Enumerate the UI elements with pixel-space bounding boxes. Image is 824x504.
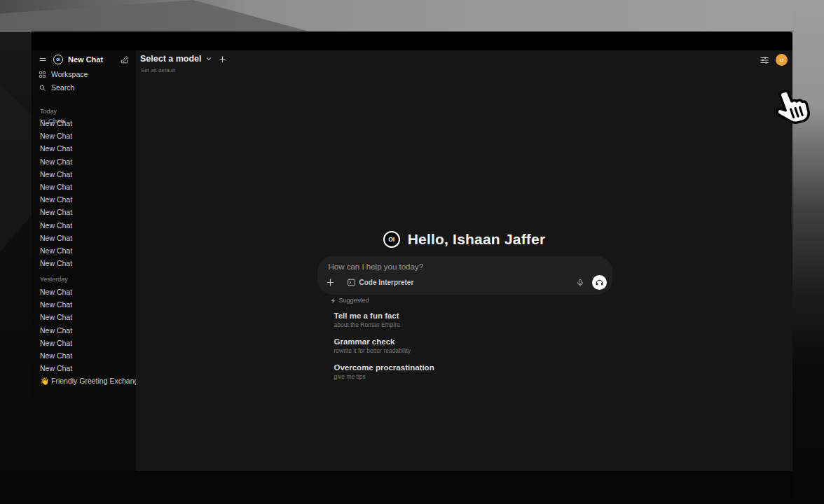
message-composer[interactable]: Code Interpreter <box>317 256 612 295</box>
chat-list-item[interactable]: New Chat <box>32 206 136 218</box>
suggested-label-row: Suggested <box>330 296 437 304</box>
chat-list-today: New Chat New Chat New Chat New Chat New … <box>32 117 136 270</box>
main-chat-area: Select a model Set as default IJ OI <box>136 50 792 471</box>
chat-list-item[interactable]: New Chat <box>32 311 136 323</box>
suggested-prompt-subtitle: about the Roman Empire <box>334 321 434 329</box>
header-right-controls: IJ <box>760 54 788 66</box>
app-titlebar <box>32 31 792 50</box>
chat-list-item[interactable]: New Chat <box>32 349 136 362</box>
chat-list-item[interactable]: New Chat <box>32 257 136 270</box>
chat-list-item[interactable]: New Chat <box>32 181 136 193</box>
section-label-today: Today <box>40 108 57 115</box>
openwebui-logo: OI <box>53 55 63 64</box>
sidebar-header: OI New Chat <box>32 53 136 66</box>
message-input[interactable] <box>327 262 596 272</box>
chat-list-item[interactable]: New Chat <box>32 142 136 155</box>
sidebar-title: New Chat <box>68 55 120 64</box>
code-interpreter-terminal-icon <box>347 278 356 287</box>
search-icon <box>39 84 46 92</box>
suggested-prompt-title: Overcome procrastination <box>334 363 434 372</box>
chat-list-item[interactable]: New Chat <box>32 362 136 374</box>
user-avatar[interactable]: IJ <box>776 54 788 66</box>
chat-list-item[interactable]: New Chat <box>32 130 136 142</box>
suggested-prompt[interactable]: Tell me a fun fact about the Roman Empir… <box>330 309 437 330</box>
hamburger-icon[interactable] <box>39 55 47 64</box>
bolt-icon <box>330 298 336 304</box>
chat-list-item[interactable]: New Chat <box>32 298 136 311</box>
headphones-icon <box>595 278 604 287</box>
composer-controls: Code Interpreter <box>324 275 607 290</box>
suggested-label: Suggested <box>339 297 369 304</box>
chat-list-item[interactable]: New Chat <box>32 286 136 298</box>
chevron-down-icon <box>205 55 212 62</box>
voice-call-button[interactable] <box>592 275 607 290</box>
chat-list-item[interactable]: New Chat <box>32 324 136 337</box>
code-interpreter-label: Code Interpreter <box>359 279 414 286</box>
workspace-grid-icon <box>39 71 46 78</box>
add-model-plus-icon[interactable] <box>219 55 226 63</box>
desktop-wallpaper-right <box>792 0 824 504</box>
chat-list-yesterday: New Chat New Chat New Chat New Chat New … <box>32 286 136 388</box>
suggested-prompt-subtitle: give me tips <box>334 373 434 381</box>
mic-icon[interactable] <box>576 279 584 287</box>
attach-plus-icon[interactable] <box>326 278 335 287</box>
chat-list-item[interactable]: New Chat <box>32 244 136 257</box>
section-label-yesterday: Yesterday <box>40 276 68 283</box>
model-selector[interactable]: Select a model <box>140 54 226 64</box>
suggested-prompt-title: Grammar check <box>334 337 434 346</box>
chat-list-item[interactable]: New Chat <box>32 193 136 206</box>
suggested-prompt-subtitle: rewrite it for better readability <box>334 347 434 355</box>
settings-sliders-icon[interactable] <box>760 55 769 65</box>
sidebar-item-search[interactable]: Search <box>32 81 136 94</box>
set-as-default-link[interactable]: Set as default <box>141 67 175 74</box>
workspace-label: Workspace <box>51 70 88 78</box>
suggested-prompt[interactable]: Grammar check rewrite it for better read… <box>330 335 437 356</box>
chat-list-item[interactable]: New Chat <box>32 117 136 130</box>
suggested-prompts: Suggested Tell me a fun fact about the R… <box>330 296 437 382</box>
model-selector-label: Select a model <box>140 54 202 64</box>
search-label: Search <box>51 83 74 92</box>
code-interpreter-toggle[interactable]: Code Interpreter <box>347 278 414 287</box>
openwebui-app-window: OI New Chat Workspace Search <box>32 31 792 471</box>
chat-list-item[interactable]: New Chat <box>32 219 136 232</box>
chat-list-item[interactable]: New Chat <box>32 337 136 349</box>
desktop-wallpaper-bottom <box>0 471 792 504</box>
sidebar-item-workspace[interactable]: Workspace <box>32 68 136 80</box>
openwebui-logo: OI <box>383 231 400 248</box>
sidebar: OI New Chat Workspace Search <box>32 50 136 471</box>
suggested-prompt-title: Tell me a fun fact <box>334 311 434 321</box>
chat-list-item-named[interactable]: 👋 Friendly Greeting Exchange <box>32 374 136 387</box>
chat-list-item[interactable]: New Chat <box>32 155 136 168</box>
greeting-row: OI Hello, Ishaan Jaffer <box>136 231 792 248</box>
chat-list-item[interactable]: New Chat <box>32 168 136 181</box>
screen: OI New Chat Workspace Search <box>0 0 824 504</box>
greeting-text: Hello, Ishaan Jaffer <box>408 231 546 248</box>
suggested-prompt[interactable]: Overcome procrastination give me tips <box>330 361 437 382</box>
chat-list-item[interactable]: New Chat <box>32 232 136 244</box>
new-chat-pencil-icon[interactable] <box>120 55 129 64</box>
